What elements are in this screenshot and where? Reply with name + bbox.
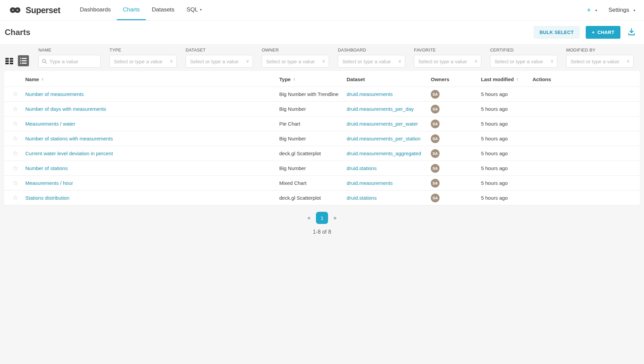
column-header-last-modified[interactable]: Last modified (481, 76, 514, 82)
owner-avatar[interactable]: SA (431, 105, 440, 113)
dataset-link[interactable]: druid.measurements (347, 91, 393, 97)
superset-logo[interactable]: Superset (8, 0, 60, 20)
filter-label: FAVORITE (414, 47, 481, 53)
superset-infinity-icon (8, 5, 22, 15)
column-header-name[interactable]: Name (25, 76, 39, 82)
column-header-type[interactable]: Type (279, 76, 291, 82)
plus-icon: + (592, 30, 594, 35)
last-modified: 5 hours ago (481, 91, 508, 97)
favorite-star-icon[interactable]: ☆ (12, 106, 18, 112)
new-chart-button[interactable]: + CHART (586, 26, 620, 39)
chart-name-link[interactable]: Measurements / water (25, 121, 75, 127)
bulk-select-button[interactable]: BULK SELECT (534, 26, 580, 39)
dataset-link[interactable]: druid.measurements_per_water (347, 121, 418, 127)
chart-name-link[interactable]: Stations distribution (25, 195, 69, 201)
sort-icon[interactable]: ▲▼ (516, 77, 519, 81)
favorite-star-icon[interactable]: ☆ (12, 150, 18, 157)
table-row: ☆ Stations distribution deck.gl Scatterp… (4, 190, 640, 205)
favorite-star-icon[interactable]: ☆ (12, 135, 18, 142)
owner-avatar[interactable]: SA (431, 134, 440, 143)
filter-input[interactable] (490, 55, 557, 68)
table-row: ☆ Number of stations Big Number druid.st… (4, 161, 640, 175)
filter-label: OWNER (262, 47, 329, 53)
sort-icon[interactable]: ▲▼ (41, 77, 44, 81)
page-header: Charts BULK SELECT + CHART (0, 21, 644, 44)
dataset-link[interactable]: druid.stations (347, 165, 377, 171)
next-page-button[interactable]: » (333, 215, 336, 221)
column-header-actions: Actions (533, 76, 551, 82)
list-view-toggle[interactable] (18, 55, 29, 66)
filter-label: DASHBOARD (338, 47, 405, 53)
new-item-menu[interactable]: + ▾ (587, 6, 597, 14)
export-button[interactable] (626, 27, 637, 38)
nav-item-sql[interactable]: SQL ▾ (181, 0, 208, 20)
owner-avatar[interactable]: SA (431, 194, 440, 202)
filter-input[interactable] (186, 55, 253, 68)
navbar: Superset Dashboards Charts Datasets SQL … (0, 0, 644, 21)
filter-input[interactable] (338, 55, 405, 68)
nav-item-dashboards[interactable]: Dashboards (74, 0, 117, 20)
owner-avatar[interactable]: SA (431, 164, 440, 173)
card-view-toggle[interactable] (5, 57, 14, 65)
dataset-link[interactable]: druid.measurements (347, 180, 393, 186)
filter-input[interactable] (566, 55, 634, 68)
last-modified: 5 hours ago (481, 165, 508, 171)
prev-page-button[interactable]: « (308, 215, 311, 221)
search-icon (42, 59, 47, 64)
dataset-link[interactable]: druid.measurements_aggregated (347, 151, 421, 156)
last-modified: 5 hours ago (481, 151, 508, 156)
filter-input[interactable] (109, 55, 177, 68)
page-1-button[interactable]: 1 (316, 212, 328, 224)
favorite-star-icon[interactable]: ☆ (12, 165, 18, 171)
favorite-star-icon[interactable]: ☆ (12, 121, 18, 127)
chart-name-link[interactable]: Number of days with measurements (25, 106, 106, 112)
sort-icon[interactable]: ▲▼ (293, 77, 295, 81)
filter-group: DATASET ∨ (186, 47, 253, 68)
chevron-down-icon: ∨ (550, 58, 554, 64)
card-view-icon (5, 57, 14, 65)
owner-avatar[interactable]: SA (431, 179, 440, 188)
filter-label: DATASET (186, 47, 253, 53)
filter-input[interactable] (414, 55, 481, 68)
chart-name-link[interactable]: Number of stations with measurements (25, 136, 113, 141)
filter-label: CERTIFIED (490, 47, 557, 53)
page-title: Charts (5, 28, 30, 37)
filter-bar: NAME ∨ TYPE (0, 44, 644, 68)
chart-name-link[interactable]: Measurements / hour (25, 180, 73, 186)
chevron-down-icon: ∨ (398, 58, 401, 64)
pagination-summary: 1-8 of 8 (0, 229, 644, 235)
settings-menu[interactable]: Settings ▾ (609, 7, 635, 13)
dataset-link[interactable]: druid.stations (347, 195, 377, 201)
chart-type: Mixed Chart (279, 180, 307, 186)
favorite-star-icon[interactable]: ☆ (12, 91, 18, 97)
last-modified: 5 hours ago (481, 106, 508, 112)
table-row: ☆ Measurements / hour Mixed Chart druid.… (4, 175, 640, 190)
nav-item-charts[interactable]: Charts (117, 0, 146, 20)
chevron-down-icon: ∨ (246, 58, 249, 64)
filter-group: MODIFIED BY ∨ (566, 47, 634, 68)
table-row: ☆ Number of measurements Big Number with… (4, 87, 640, 101)
last-modified: 5 hours ago (481, 180, 508, 186)
filter-group: CERTIFIED ∨ (490, 47, 557, 68)
table-row: ☆ Measurements / water Pie Chart druid.m… (4, 116, 640, 131)
filter-group: OWNER ∨ (262, 47, 329, 68)
table-row: ☆ Number of stations with measurements B… (4, 131, 640, 146)
chart-name-link[interactable]: Current water level deviation in percent (25, 151, 113, 156)
last-modified: 5 hours ago (481, 121, 508, 127)
dataset-link[interactable]: druid.measurements_per_station (347, 136, 420, 141)
favorite-star-icon[interactable]: ☆ (12, 195, 18, 201)
nav-item-datasets[interactable]: Datasets (146, 0, 181, 20)
chart-name-link[interactable]: Number of measurements (25, 91, 84, 97)
owner-avatar[interactable]: SA (431, 90, 440, 99)
filter-group: FAVORITE ∨ (414, 47, 481, 68)
owner-avatar[interactable]: SA (431, 120, 440, 128)
favorite-star-icon[interactable]: ☆ (12, 180, 18, 186)
chart-type: deck.gl Scatterplot (279, 195, 321, 201)
owner-avatar[interactable]: SA (431, 149, 440, 158)
filter-input[interactable] (262, 55, 329, 68)
filter-input[interactable] (38, 55, 101, 68)
dataset-link[interactable]: druid.measurements_per_day (347, 106, 414, 112)
chart-type: Big Number with Trendline (279, 91, 339, 97)
table-row: ☆ Number of days with measurements Big N… (4, 101, 640, 116)
chart-name-link[interactable]: Number of stations (25, 165, 68, 171)
